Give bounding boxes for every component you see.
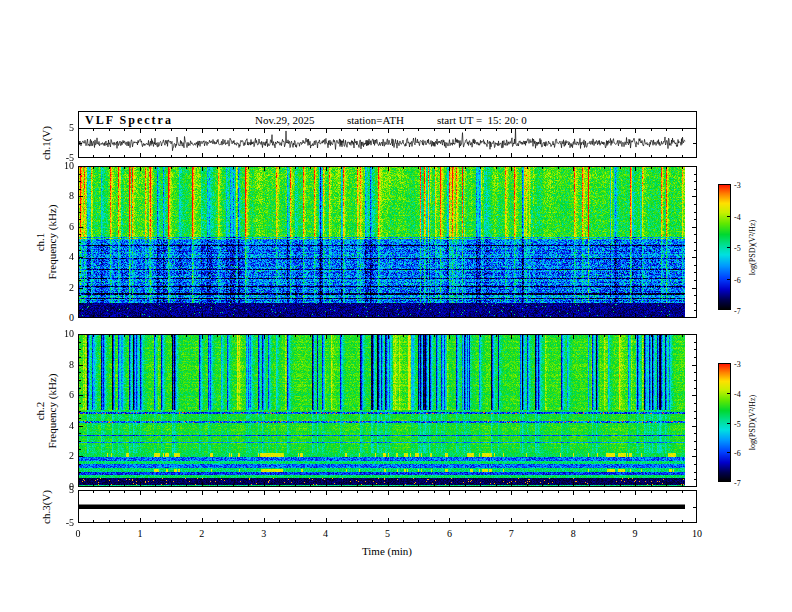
y-tick-label: 0 bbox=[50, 312, 74, 323]
y-tick-label: 6 bbox=[50, 221, 74, 232]
start-ut-label: start UT = 15: 20: 0 bbox=[437, 114, 527, 126]
station-label: station=ATH bbox=[347, 114, 404, 126]
y-tick-label: 8 bbox=[50, 190, 74, 201]
x-tick-label: 6 bbox=[439, 528, 459, 539]
y-tick-label: 5 bbox=[50, 484, 74, 495]
colorbar-tick-label: -4 bbox=[734, 212, 752, 223]
x-tick-label: 0 bbox=[68, 528, 88, 539]
y-tick-label: 8 bbox=[50, 359, 74, 370]
x-tick-label: 5 bbox=[378, 528, 398, 539]
x-tick-label: 9 bbox=[625, 528, 645, 539]
x-tick-label: 7 bbox=[501, 528, 521, 539]
y-tick-label: 2 bbox=[50, 450, 74, 461]
x-tick-label: 1 bbox=[130, 528, 150, 539]
plot-title: VLF Spectra bbox=[85, 113, 173, 128]
ch2-spectrogram-plot bbox=[78, 334, 697, 487]
colorbar-tick-label: -3 bbox=[734, 180, 752, 191]
y-tick-label: 10 bbox=[50, 328, 74, 339]
colorbar-tick-label: -4 bbox=[734, 389, 752, 400]
ch1-frequency-axis-label: ch.1 Frequency (kHz) bbox=[34, 205, 58, 280]
y-tick-label: 4 bbox=[50, 251, 74, 262]
colorbar-tick-label: -5 bbox=[734, 419, 752, 430]
y-tick-label: -5 bbox=[50, 152, 74, 163]
x-tick-label: 10 bbox=[687, 528, 707, 539]
ch1-spectrogram-plot bbox=[78, 166, 697, 318]
plot-date: Nov.29, 2025 bbox=[255, 114, 314, 126]
vlf-spectra-figure: VLF Spectra Nov.29, 2025 station=ATH sta… bbox=[0, 0, 792, 612]
header-box: VLF Spectra Nov.29, 2025 station=ATH sta… bbox=[78, 111, 697, 128]
colorbar-ch2 bbox=[718, 363, 731, 482]
colorbar-ch1 bbox=[718, 184, 731, 310]
colorbar-tick-label: -6 bbox=[734, 275, 752, 286]
colorbar-tick-label: -5 bbox=[734, 243, 752, 254]
frequency-khz-label: Frequency (kHz) bbox=[46, 205, 58, 280]
frequency-khz-label: Frequency (kHz) bbox=[46, 373, 58, 448]
x-tick-label: 3 bbox=[254, 528, 274, 539]
colorbar-tick-label: -7 bbox=[734, 306, 752, 317]
colorbar-tick-label: -3 bbox=[734, 359, 752, 370]
x-tick-label: 2 bbox=[192, 528, 212, 539]
y-tick-label: 4 bbox=[50, 420, 74, 431]
ch1-waveform-plot bbox=[78, 128, 697, 158]
x-tick-label: 4 bbox=[316, 528, 336, 539]
x-tick-label: 8 bbox=[563, 528, 583, 539]
y-tick-label: 5 bbox=[50, 122, 74, 133]
colorbar-tick-label: -6 bbox=[734, 448, 752, 459]
ch3-waveform-plot bbox=[78, 490, 697, 523]
y-tick-label: 6 bbox=[50, 389, 74, 400]
y-tick-label: 2 bbox=[50, 282, 74, 293]
colorbar-tick-label: -7 bbox=[734, 478, 752, 489]
y-tick-label: -5 bbox=[50, 517, 74, 528]
ch2-label: ch.2 bbox=[34, 373, 46, 448]
ch2-frequency-axis-label: ch.2 Frequency (kHz) bbox=[34, 373, 58, 448]
ch1-label: ch.1 bbox=[34, 205, 46, 280]
time-axis-label: Time (min) bbox=[327, 545, 447, 557]
